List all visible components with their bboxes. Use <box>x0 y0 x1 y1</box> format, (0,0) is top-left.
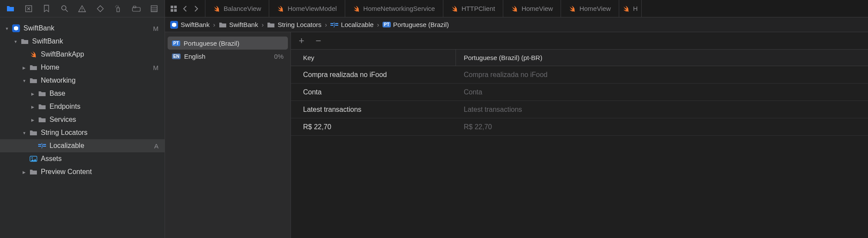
tree-item-string-locators[interactable]: ▼String Locators <box>0 126 165 139</box>
chevron-icon[interactable]: ▶ <box>31 104 36 109</box>
editor-tab-bar: BalanceViewHomeViewModelHomeNetworkingSe… <box>165 0 868 17</box>
tab-icon[interactable] <box>132 4 141 13</box>
list-icon[interactable] <box>150 4 158 13</box>
tree-label: SwiftBankApp <box>41 50 158 58</box>
spray-icon[interactable] <box>114 4 122 13</box>
crumb-label: String Locators <box>277 21 321 28</box>
tree-item-swiftbank[interactable]: ▼SwiftBank <box>0 35 165 48</box>
svg-rect-28 <box>335 23 338 24</box>
svg-rect-24 <box>171 9 173 12</box>
svg-rect-16 <box>38 144 41 145</box>
swift-icon <box>29 51 38 58</box>
svg-point-4 <box>82 10 83 11</box>
tree-item-base[interactable]: ▶Base <box>0 87 165 100</box>
folder-icon <box>29 130 38 136</box>
swift-icon <box>451 5 458 12</box>
locale-pt[interactable]: PTPortuguese (Brazil) <box>168 37 288 50</box>
chevron-icon[interactable]: ▶ <box>22 65 27 70</box>
folder-icon <box>29 64 38 70</box>
search-icon[interactable] <box>60 4 69 13</box>
string-key[interactable]: Conta <box>291 84 456 101</box>
tab-homenetworkingservice[interactable]: HomeNetworkingService <box>345 0 443 17</box>
swift-icon <box>511 5 518 12</box>
tab-h[interactable]: H <box>619 0 642 17</box>
crumb-portuguese-brazil-[interactable]: PTPortuguese (Brazil) <box>383 21 449 29</box>
chevron-icon[interactable]: ▶ <box>31 117 36 122</box>
folder-icon <box>29 77 38 84</box>
crumb-string-locators[interactable]: String Locators <box>267 21 321 29</box>
svg-point-1 <box>62 6 66 10</box>
project-navigator: ▼SwiftBankM▼SwiftBankSwiftBankApp▶HomeM▼… <box>0 0 165 238</box>
svg-rect-27 <box>330 25 333 26</box>
tree-item-home[interactable]: ▶HomeM <box>0 61 165 74</box>
svg-rect-29 <box>335 25 338 26</box>
tree-label: String Locators <box>41 129 158 137</box>
chevron-icon[interactable]: ▶ <box>31 91 36 96</box>
tab-balanceview[interactable]: BalanceView <box>205 0 269 17</box>
string-row[interactable]: Latest transactionsLatest transactions <box>291 101 868 118</box>
tab-homeview[interactable]: HomeView <box>503 0 561 17</box>
string-row[interactable]: ContaConta <box>291 84 868 101</box>
proj-icon <box>170 21 178 29</box>
svg-point-7 <box>116 6 116 6</box>
tree-item-services[interactable]: ▶Services <box>0 113 165 126</box>
strings-table: Compra realizada no iFoodCompra realizad… <box>291 66 868 136</box>
chevron-right-icon: › <box>212 21 216 28</box>
tree-item-preview-content[interactable]: ▶Preview Content <box>0 165 165 178</box>
remove-string-button[interactable]: − <box>316 35 321 47</box>
strings-editor: + − Key Portuguese (Brazil) (pt-BR) Comp… <box>291 32 868 238</box>
bookmark-icon[interactable] <box>42 4 50 13</box>
forward-icon[interactable] <box>192 4 201 13</box>
string-key[interactable]: R$ 22,70 <box>291 118 456 135</box>
tree-item-swiftbankapp[interactable]: SwiftBankApp <box>0 48 165 61</box>
string-row[interactable]: R$ 22,70R$ 22,70 <box>291 118 868 136</box>
warning-icon[interactable] <box>78 4 86 13</box>
string-value[interactable]: R$ 22,70 <box>456 118 868 135</box>
diamond-icon[interactable] <box>96 4 104 13</box>
crumb-swiftbank[interactable]: SwiftBank <box>219 21 258 29</box>
crumb-swiftbank[interactable]: SwiftBank <box>170 21 210 29</box>
svg-rect-22 <box>171 6 173 8</box>
tab-homeviewmodel[interactable]: HomeViewModel <box>269 0 345 17</box>
chevron-icon[interactable]: ▼ <box>5 26 10 30</box>
chevron-icon[interactable]: ▼ <box>13 39 18 44</box>
string-key[interactable]: Latest transactions <box>291 101 456 118</box>
string-key[interactable]: Compra realizada no iFood <box>291 66 456 83</box>
tree-item-networking[interactable]: ▼Networking <box>0 74 165 87</box>
chevron-icon[interactable]: ▼ <box>22 131 27 135</box>
chevron-icon[interactable]: ▼ <box>22 78 27 83</box>
string-row[interactable]: Compra realizada no iFoodCompra realizad… <box>291 66 868 84</box>
folder-icon[interactable] <box>6 4 15 13</box>
svg-point-8 <box>116 5 117 5</box>
add-string-button[interactable]: + <box>299 35 304 47</box>
header-value[interactable]: Portuguese (Brazil) (pt-BR) <box>456 50 868 66</box>
tree-item-localizable[interactable]: LocalizableA <box>0 139 165 152</box>
header-key[interactable]: Key <box>291 50 456 66</box>
grid-icon[interactable] <box>169 4 178 13</box>
string-value[interactable]: Latest transactions <box>456 101 868 118</box>
crumb-localizable[interactable]: Localizable <box>330 21 373 29</box>
locale-en[interactable]: ENEnglish0% <box>168 50 288 63</box>
tree-item-assets[interactable]: Assets <box>0 152 165 165</box>
box-x-icon[interactable] <box>24 4 33 13</box>
string-value[interactable]: Conta <box>456 84 868 101</box>
loc-icon <box>330 21 338 29</box>
tree-item-swiftbank[interactable]: ▼SwiftBankM <box>0 22 165 35</box>
tab-label: HTTPClient <box>462 5 495 12</box>
scm-badge: A <box>154 142 158 150</box>
locale-badge: PT <box>172 40 180 46</box>
locale-list: PTPortuguese (Brazil)ENEnglish0% <box>165 32 291 238</box>
chevron-icon[interactable]: ▶ <box>22 170 27 174</box>
tree-label: Assets <box>41 155 158 163</box>
svg-rect-23 <box>174 6 177 8</box>
tab-homeview[interactable]: HomeView <box>561 0 619 17</box>
tab-httpclient[interactable]: HTTPClient <box>443 0 504 17</box>
string-value[interactable]: Compra realizada no iFood <box>456 66 868 83</box>
back-icon[interactable] <box>181 4 189 13</box>
tree-item-endpoints[interactable]: ▶Endpoints <box>0 100 165 113</box>
svg-rect-19 <box>43 146 46 147</box>
lang-icon: PT <box>383 21 390 29</box>
swift-icon <box>277 5 284 12</box>
chevron-right-icon: › <box>261 21 264 28</box>
folder-icon <box>37 91 47 97</box>
